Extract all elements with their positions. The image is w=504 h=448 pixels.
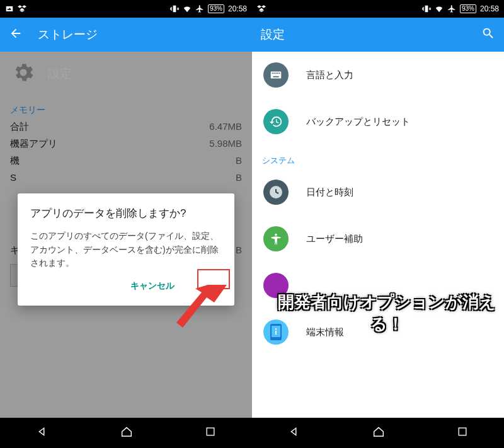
svg-point-10 <box>275 234 277 236</box>
vibrate-icon <box>422 4 431 13</box>
settings-row-datetime[interactable]: 日付と時刻 <box>252 169 504 215</box>
clock: 20:58 <box>228 4 247 13</box>
nav-recent-icon[interactable] <box>204 425 217 440</box>
status-bar: 93% 20:58 <box>0 0 252 18</box>
appbar-settings: 設定 <box>252 18 504 52</box>
dropbox-icon <box>257 4 266 13</box>
nav-back-icon[interactable] <box>35 425 49 441</box>
image-icon <box>5 4 14 13</box>
svg-rect-13 <box>459 428 466 435</box>
svg-rect-3 <box>272 72 273 74</box>
clock: 20:58 <box>480 4 499 13</box>
svg-rect-5 <box>275 72 277 74</box>
list-item-label: バックアップとリセット <box>306 116 410 128</box>
svg-rect-2 <box>271 72 282 79</box>
dialog-title: アプリのデータを削除しますか? <box>30 206 222 221</box>
wifi-icon <box>183 4 192 13</box>
list-item-label: 日付と時刻 <box>306 187 353 198</box>
battery-badge: 93% <box>460 4 476 13</box>
search-icon[interactable] <box>481 26 495 43</box>
accessibility-icon <box>263 226 289 251</box>
dialog-message: このアプリのすべてのデータ(ファイル、設定、アカウント、データベースを含む)が完… <box>30 229 222 270</box>
cancel-button[interactable]: キャンセル <box>130 280 175 298</box>
annotation-arrow <box>170 285 227 329</box>
list-item-label: ユーザー補助 <box>306 233 363 245</box>
svg-rect-4 <box>273 72 275 74</box>
nav-bar <box>252 418 504 448</box>
appbar-title: 設定 <box>261 26 285 43</box>
group-system: システム <box>252 145 504 169</box>
annotation-text: 開発者向けオプションが消える！ <box>276 291 498 335</box>
airplane-icon <box>447 4 456 13</box>
battery-badge: 93% <box>208 4 224 13</box>
svg-rect-8 <box>273 76 278 78</box>
svg-rect-6 <box>277 72 278 74</box>
list-item-label: 言語と入力 <box>306 69 353 81</box>
left-screen: 93% 20:58 ストレージ 設定 メモリー 合計6.47MB 機器アプリ5.… <box>0 0 252 448</box>
svg-marker-0 <box>176 285 227 328</box>
dropbox-icon <box>18 4 26 13</box>
nav-recent-icon[interactable] <box>456 425 469 440</box>
back-icon[interactable] <box>9 26 23 43</box>
appbar-storage: ストレージ <box>0 18 252 52</box>
svg-rect-1 <box>207 428 214 435</box>
right-screen: 93% 20:58 設定 言語と入力 バックアップとリセット <box>252 0 504 448</box>
airplane-icon <box>195 4 204 13</box>
keyboard-icon <box>263 62 289 88</box>
restore-icon <box>263 109 289 134</box>
vibrate-icon <box>170 4 179 13</box>
wifi-icon <box>435 4 444 13</box>
settings-row-accessibility[interactable]: ユーザー補助 <box>252 215 504 262</box>
nav-back-icon[interactable] <box>287 425 301 441</box>
settings-row-backup[interactable]: バックアップとリセット <box>252 98 504 145</box>
nav-home-icon[interactable] <box>120 425 134 441</box>
nav-bar <box>0 418 252 448</box>
nav-home-icon[interactable] <box>372 425 386 441</box>
appbar-title: ストレージ <box>38 26 98 43</box>
clock-icon <box>263 180 289 205</box>
svg-rect-7 <box>279 72 280 74</box>
status-bar: 93% 20:58 <box>252 0 504 18</box>
settings-row-language[interactable]: 言語と入力 <box>252 52 504 98</box>
